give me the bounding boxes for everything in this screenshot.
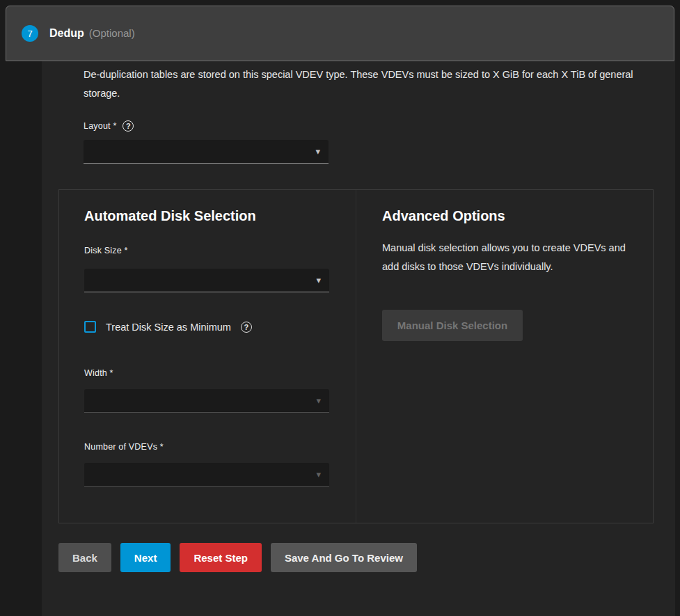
- layout-label-row: Layout * ?: [84, 120, 134, 132]
- next-button[interactable]: Next: [120, 543, 171, 572]
- chevron-down-icon: ▾: [316, 396, 321, 405]
- treat-min-row: Treat Disk Size as Minimum ?: [84, 321, 252, 333]
- automated-section-title: Automated Disk Selection: [84, 208, 256, 224]
- width-select: ▾: [84, 389, 329, 413]
- number-of-vdevs-select: ▾: [84, 463, 329, 487]
- pool-creation-wizard: 7 Dedup(Optional) De-duplication tables …: [0, 0, 680, 616]
- disk-selection-panel: Automated Disk Selection Disk Size * ▾ T…: [58, 189, 654, 523]
- step-optional-label: (Optional): [89, 27, 135, 39]
- step-title: Dedup: [49, 27, 84, 39]
- help-icon[interactable]: ?: [122, 120, 134, 132]
- step-content: De-duplication tables are stored on this…: [42, 61, 675, 616]
- step-number: 7: [27, 29, 32, 39]
- chevron-down-icon: ▾: [316, 470, 321, 479]
- step-description: De-duplication tables are stored on this…: [84, 65, 637, 103]
- panel-divider: [356, 190, 356, 523]
- action-buttons: Back Next Reset Step Save And Go To Revi…: [58, 543, 417, 572]
- back-button[interactable]: Back: [58, 543, 111, 572]
- layout-label: Layout *: [84, 121, 116, 131]
- advanced-section-title: Advanced Options: [382, 208, 505, 224]
- advanced-description: Manual disk selection allows you to crea…: [382, 239, 630, 276]
- step-title-wrap: Dedup(Optional): [49, 27, 135, 40]
- chevron-down-icon: ▾: [315, 147, 320, 156]
- treat-min-checkbox[interactable]: [84, 321, 96, 333]
- save-and-go-to-review-button[interactable]: Save And Go To Review: [271, 543, 417, 572]
- manual-disk-selection-button: Manual Disk Selection: [382, 310, 523, 341]
- number-of-vdevs-label: Number of VDEVs *: [84, 442, 164, 452]
- step-number-badge: 7: [22, 25, 38, 42]
- help-icon[interactable]: ?: [241, 322, 252, 333]
- reset-step-button[interactable]: Reset Step: [180, 543, 262, 572]
- width-label: Width *: [84, 368, 113, 378]
- disk-size-select[interactable]: ▾: [84, 269, 329, 292]
- treat-min-label: Treat Disk Size as Minimum: [106, 322, 231, 333]
- layout-select[interactable]: ▾: [84, 140, 329, 164]
- disk-size-label: Disk Size *: [84, 246, 128, 255]
- chevron-down-icon: ▾: [316, 276, 321, 285]
- step-header-dedup[interactable]: 7 Dedup(Optional): [6, 6, 674, 61]
